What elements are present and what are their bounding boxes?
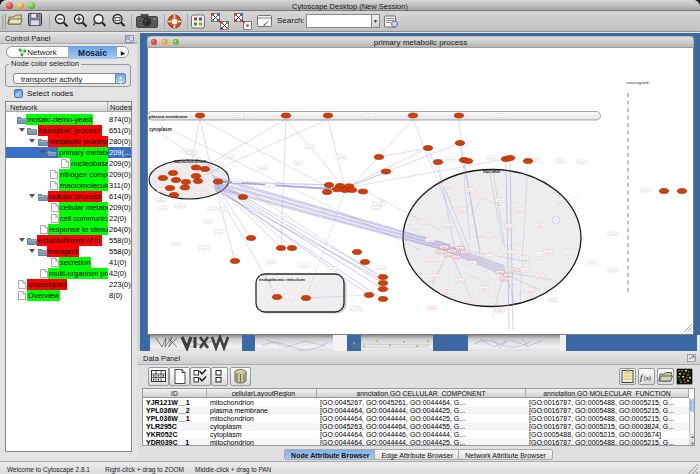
svg-text:(x): (x) <box>644 375 651 382</box>
svg-text:cytoplasm: cytoplasm <box>149 127 172 132</box>
svg-text:nucleus: nucleus <box>483 169 501 174</box>
svg-text:primary metabolic process: primary metabolic process <box>374 38 467 47</box>
svg-text:unassigned: unassigned <box>626 80 649 85</box>
svg-text:mitochondrion: mitochondrion <box>174 159 206 164</box>
svg-text:plasma membrane: plasma membrane <box>149 114 188 119</box>
